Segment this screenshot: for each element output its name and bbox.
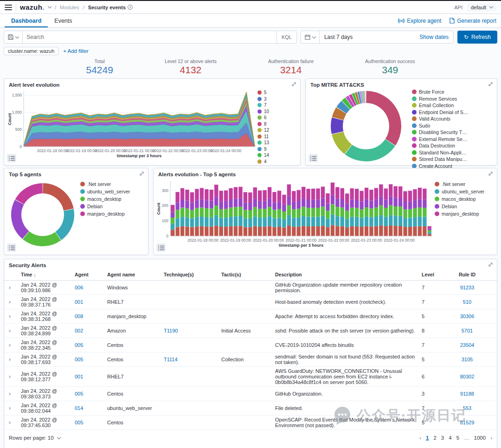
legend-item[interactable]: Debian <box>435 204 490 209</box>
legend-item[interactable]: .Net server <box>435 181 490 187</box>
legend-toggle-button[interactable] <box>308 154 318 162</box>
rule-id-link[interactable]: 91233 <box>460 285 475 290</box>
page-button-5[interactable]: 5 <box>456 435 459 441</box>
legend-toggle-button[interactable] <box>7 154 16 162</box>
legend-item[interactable]: manjaro_desktop <box>80 211 141 217</box>
legend-item[interactable]: macos_desktop <box>80 196 141 202</box>
legend-item[interactable]: Sudo <box>412 123 476 128</box>
rule-id-link[interactable]: 23504 <box>460 342 475 348</box>
agent-link[interactable]: 006 <box>75 285 83 290</box>
legend-item[interactable]: 8 <box>257 122 278 127</box>
legend-toggle-button[interactable] <box>156 243 166 252</box>
column-header-level[interactable]: Level <box>422 272 442 277</box>
agent-link[interactable]: 005 <box>75 420 83 425</box>
rule-id-link[interactable]: 3105 <box>462 357 473 362</box>
rule-id-link[interactable]: 510 <box>463 299 471 305</box>
legend-item[interactable]: Email Collection <box>412 102 476 108</box>
expand-row-icon[interactable]: › <box>9 313 21 320</box>
wazuh-logo[interactable]: wazuh. <box>20 3 45 11</box>
page-button-4[interactable]: 4 <box>449 435 451 441</box>
next-page-button[interactable]: › <box>490 435 492 441</box>
explore-agent-button[interactable]: Explore agent <box>398 18 441 24</box>
column-header-rule-id[interactable]: Rule ID <box>442 272 492 277</box>
show-dates-link[interactable]: Show dates <box>415 34 453 40</box>
expand-icon[interactable] <box>488 171 493 178</box>
expand-row-icon[interactable]: › <box>9 390 21 397</box>
legend-item[interactable]: 5 <box>257 90 278 95</box>
filter-pill-cluster-name[interactable]: cluster.name: wazuh <box>4 47 58 55</box>
column-header-tactic-s-[interactable]: Tactic(s) <box>221 272 275 277</box>
column-header-description[interactable]: Description <box>275 272 422 277</box>
legend-item[interactable]: Remove Services <box>412 96 476 102</box>
agent-link[interactable]: 008 <box>75 314 83 319</box>
legend-item[interactable]: 4 <box>257 159 278 164</box>
legend-item[interactable]: Data Destruction <box>412 143 476 148</box>
column-header-technique-s-[interactable]: Technique(s) <box>164 272 221 277</box>
expand-row-icon[interactable]: › <box>9 419 21 426</box>
breadcrumb-modules[interactable]: Modules <box>60 5 79 10</box>
legend-item[interactable]: External Remote Se… <box>412 136 476 142</box>
rule-id-link[interactable]: 5701 <box>462 328 473 333</box>
column-header-agent[interactable]: Agent <box>75 272 107 277</box>
agent-link[interactable]: 005 <box>75 391 83 397</box>
sort-desc-icon[interactable]: ↓ <box>32 272 36 277</box>
legend-item[interactable]: 6 <box>257 115 278 120</box>
rule-id-link[interactable]: 30306 <box>460 314 475 319</box>
agent-link[interactable]: 002 <box>75 328 83 333</box>
saved-query-button[interactable] <box>4 31 23 43</box>
kql-toggle[interactable]: KQL <box>276 31 296 43</box>
agent-link[interactable]: 014 <box>75 405 83 411</box>
legend-item[interactable]: Stored Data Manipu… <box>412 156 476 162</box>
info-icon[interactable]: i <box>128 5 133 10</box>
expand-icon[interactable] <box>488 262 493 269</box>
search-input[interactable] <box>23 34 276 40</box>
prev-page-button[interactable]: ‹ <box>419 435 421 441</box>
legend-item[interactable]: Brute Force <box>412 89 476 95</box>
expand-row-icon[interactable]: › <box>9 299 21 305</box>
legend-item[interactable]: Disabling Security T… <box>412 129 476 135</box>
page-button-1000[interactable]: 1000 <box>474 435 486 441</box>
date-range-value[interactable]: Last 7 days <box>320 34 415 40</box>
expand-row-icon[interactable]: › <box>9 327 21 334</box>
legend-item[interactable]: .Net server <box>80 181 141 187</box>
expand-icon[interactable] <box>291 82 296 88</box>
page-button-3[interactable]: 3 <box>441 435 444 441</box>
technique-link[interactable]: T1114 <box>164 357 178 362</box>
column-header-agent-name[interactable]: Agent name <box>107 272 164 277</box>
legend-item[interactable]: manjaro_desktop <box>435 211 490 217</box>
chevron-down-icon[interactable] <box>48 5 51 8</box>
agent-link[interactable]: 005 <box>75 342 83 348</box>
legend-item[interactable]: 9 <box>257 147 278 152</box>
legend-toggle-button[interactable] <box>7 243 16 252</box>
legend-item[interactable]: 11 <box>257 134 278 139</box>
bar-chart[interactable]: 01002003002022-01-18 00:002022-01-19 00:… <box>156 178 435 248</box>
expand-row-icon[interactable]: › <box>9 284 21 291</box>
rule-id-link[interactable]: 80302 <box>460 374 475 379</box>
legend-item[interactable]: ubuntu_web_server <box>435 189 490 194</box>
agents-donut-chart[interactable] <box>8 178 77 251</box>
agent-link[interactable]: 001 <box>75 374 83 379</box>
agent-link[interactable]: 001 <box>75 299 83 305</box>
rule-id-link[interactable]: 81529 <box>460 420 475 425</box>
menu-icon[interactable] <box>5 5 12 10</box>
legend-item[interactable]: Endpoint Denial of S… <box>412 109 476 115</box>
api-select[interactable]: default <box>467 3 496 12</box>
legend-item[interactable]: ubuntu_web_server <box>80 189 141 194</box>
legend-item[interactable]: 7 <box>257 102 278 108</box>
legend-item[interactable]: 3 <box>257 96 278 102</box>
legend-item[interactable]: 13 <box>257 140 278 145</box>
technique-link[interactable]: T1190 <box>164 328 178 333</box>
calendar-button[interactable] <box>301 31 320 43</box>
legend-item[interactable]: 10 <box>257 109 278 114</box>
expand-icon[interactable] <box>139 171 144 178</box>
expand-row-icon[interactable]: › <box>9 405 21 411</box>
add-filter-link[interactable]: + Add filter <box>63 48 89 54</box>
generate-report-button[interactable]: Generate report <box>450 18 496 24</box>
tab-events[interactable]: Events <box>48 14 78 27</box>
rows-per-page-select[interactable]: Rows per page: 10 <box>9 435 60 441</box>
expand-row-icon[interactable]: › <box>9 342 21 348</box>
area-chart[interactable]: 05001,0001,5002022-01-18 00:002022-01-19… <box>7 88 257 159</box>
legend-item[interactable]: 12 <box>257 128 278 133</box>
refresh-button[interactable]: ↻Refresh <box>457 31 497 44</box>
rule-id-link[interactable]: 91188 <box>460 391 474 397</box>
